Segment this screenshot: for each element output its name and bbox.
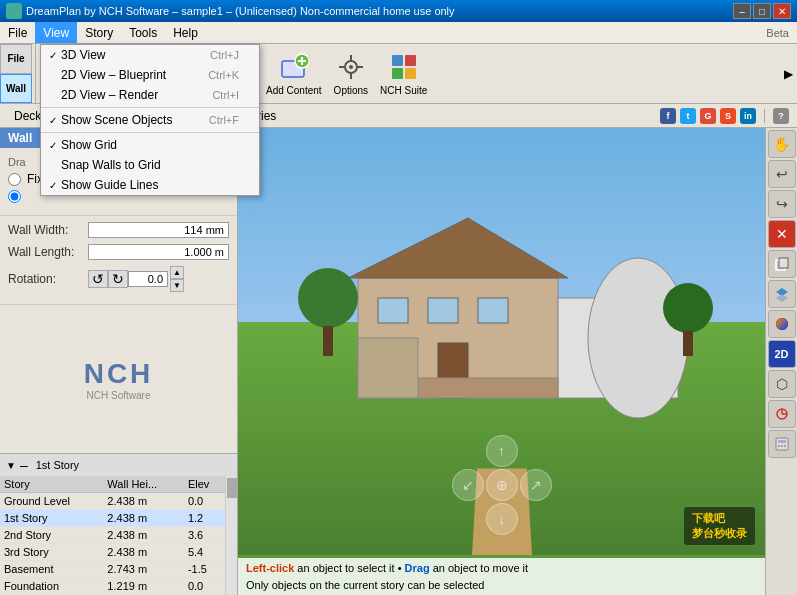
svg-rect-51 [776, 438, 788, 450]
nav-up-button[interactable]: ↑ [486, 435, 518, 467]
view-dropdown-menu: ✓3D View Ctrl+J ✓2D View – Blueprint Ctr… [40, 44, 260, 196]
wall-height-cell: 2.438 m [103, 544, 184, 561]
tab-wall[interactable]: Wall [0, 74, 32, 104]
nch-suite-button[interactable]: NCH Suite [374, 49, 433, 98]
layer-button[interactable] [768, 280, 796, 308]
story-cell: 1st Story [0, 510, 103, 527]
nav-down-button[interactable]: ↓ [486, 503, 518, 535]
tab-file[interactable]: File [0, 44, 32, 74]
minimize-button[interactable]: – [733, 3, 751, 19]
story-minus-icon: – [20, 457, 28, 473]
rotation-input[interactable] [128, 271, 168, 287]
rotate-ccw-button[interactable]: ↺ [88, 270, 108, 288]
viewport[interactable]: ↑ ↙ ⊕ ↗ ↓ Left-click an object to select… [238, 128, 765, 595]
copy-button[interactable] [768, 250, 796, 278]
svg-rect-31 [428, 298, 458, 323]
rotation-label: Rotation: [8, 272, 88, 286]
svg-rect-24 [392, 55, 403, 66]
measure-button[interactable] [768, 400, 796, 428]
story-cell: 3rd Story [0, 544, 103, 561]
draw-label: Dra [8, 156, 26, 168]
facebook-icon[interactable]: f [660, 108, 676, 124]
menu-file[interactable]: File [0, 22, 35, 43]
material-button[interactable] [768, 310, 796, 338]
add-content-icon [278, 51, 310, 83]
nav-left-button[interactable]: ↙ [452, 469, 484, 501]
table-row[interactable]: 1st Story 2.438 m 1.2 [0, 510, 225, 527]
menu-tools[interactable]: Tools [121, 22, 165, 43]
menu-show-grid[interactable]: ✓Show Grid [41, 135, 259, 155]
window-buttons: – □ ✕ [733, 3, 791, 19]
wall-height-cell: 2.438 m [103, 510, 184, 527]
table-row[interactable]: Basement 2.743 m -1.5 [0, 561, 225, 578]
undo-button[interactable]: ↩ [768, 160, 796, 188]
hand-tool-button[interactable]: ✋ [768, 130, 796, 158]
calculator-button[interactable] [768, 430, 796, 458]
nch-suite-icon [388, 51, 420, 83]
menu-snap-walls[interactable]: ✓Snap Walls to Grid [41, 155, 259, 175]
wall-height-cell: 2.743 m [103, 561, 184, 578]
story-panel-header[interactable]: ▼ – 1st Story [0, 454, 237, 476]
wall-length-row: Wall Length: 1.000 m [8, 244, 229, 260]
expand-toolbar-button[interactable]: ▶ [780, 44, 797, 103]
elevation-cell: 0.0 [184, 493, 225, 510]
menu-help[interactable]: Help [165, 22, 206, 43]
status-text-1: an object to select it • [297, 562, 404, 574]
elevation-cell: 5.4 [184, 544, 225, 561]
elevation-cell: 1.2 [184, 510, 225, 527]
collapse-icon: ▼ [6, 460, 16, 471]
menu-2d-render[interactable]: ✓2D View – Render Ctrl+I [41, 85, 259, 105]
watermark: 下载吧 梦台秒收录 [684, 507, 755, 545]
nch-logo-text: NCH [84, 358, 154, 390]
add-content-button[interactable]: Add Content [260, 49, 328, 98]
maximize-button[interactable]: □ [753, 3, 771, 19]
options-label: Options [334, 85, 368, 96]
elevation-col-header: Elev [184, 476, 225, 493]
menu-show-guide-lines[interactable]: ✓Show Guide Lines [41, 175, 259, 195]
story-scroll[interactable]: Story Wall Hei... Elev Ground Level 2.43… [0, 476, 225, 595]
left-panel: Wall Dra Fixed Draw Wall Width: 114 mm W… [0, 128, 238, 595]
redo-button[interactable]: ↪ [768, 190, 796, 218]
stumbleupon-icon[interactable]: S [720, 108, 736, 124]
nav-center-button[interactable]: ⊕ [486, 469, 518, 501]
google-icon[interactable]: G [700, 108, 716, 124]
3d-shapes-button[interactable]: ⬡ [768, 370, 796, 398]
svg-point-35 [588, 258, 688, 418]
status-text-2: an object to move it [433, 562, 528, 574]
main-area: Wall Dra Fixed Draw Wall Width: 114 mm W… [0, 128, 797, 595]
svg-rect-43 [779, 258, 788, 268]
rotation-row: Rotation: ↺ ↻ ▲ ▼ [8, 266, 229, 292]
nav-right-button[interactable]: ↗ [520, 469, 552, 501]
menu-3d-view[interactable]: ✓3D View Ctrl+J [41, 45, 259, 65]
table-row[interactable]: Foundation 1.219 m 0.0 [0, 578, 225, 595]
svg-rect-52 [778, 440, 786, 443]
twitter-icon[interactable]: t [680, 108, 696, 124]
menu-2d-blueprint[interactable]: ✓2D View – Blueprint Ctrl+K [41, 65, 259, 85]
close-button[interactable]: ✕ [773, 3, 791, 19]
scrollbar-thumb[interactable] [227, 478, 237, 498]
story-panel: ▼ – 1st Story Story Wall Hei... Elev [0, 453, 237, 595]
options-button[interactable]: Options [328, 49, 374, 98]
menu-view[interactable]: View [35, 22, 77, 43]
help-icon[interactable]: ? [773, 108, 789, 124]
table-row[interactable]: 2nd Story 2.438 m 3.6 [0, 527, 225, 544]
watermark-line2: 下载吧 [692, 511, 747, 526]
fixed-draw-radio[interactable] [8, 173, 21, 186]
rotation-up-button[interactable]: ▲ [170, 266, 184, 279]
menu-show-scene-objects[interactable]: ✓Show Scene Objects Ctrl+F [41, 110, 259, 130]
linkedin-icon[interactable]: in [740, 108, 756, 124]
rotate-cw-button[interactable]: ↻ [108, 270, 128, 288]
drag-text: Drag [405, 562, 430, 574]
free-draw-radio[interactable] [8, 190, 21, 203]
2d-view-button[interactable]: 2D [768, 340, 796, 368]
wall-height-cell: 2.438 m [103, 493, 184, 510]
table-row[interactable]: Ground Level 2.438 m 0.0 [0, 493, 225, 510]
story-scrollbar[interactable] [225, 476, 237, 595]
table-row[interactable]: 3rd Story 2.438 m 5.4 [0, 544, 225, 561]
rotation-down-button[interactable]: ▼ [170, 279, 184, 292]
svg-rect-25 [405, 55, 416, 66]
separator [764, 109, 765, 123]
delete-button[interactable]: ✕ [768, 220, 796, 248]
svg-point-37 [298, 268, 358, 328]
menu-story[interactable]: Story [77, 22, 121, 43]
